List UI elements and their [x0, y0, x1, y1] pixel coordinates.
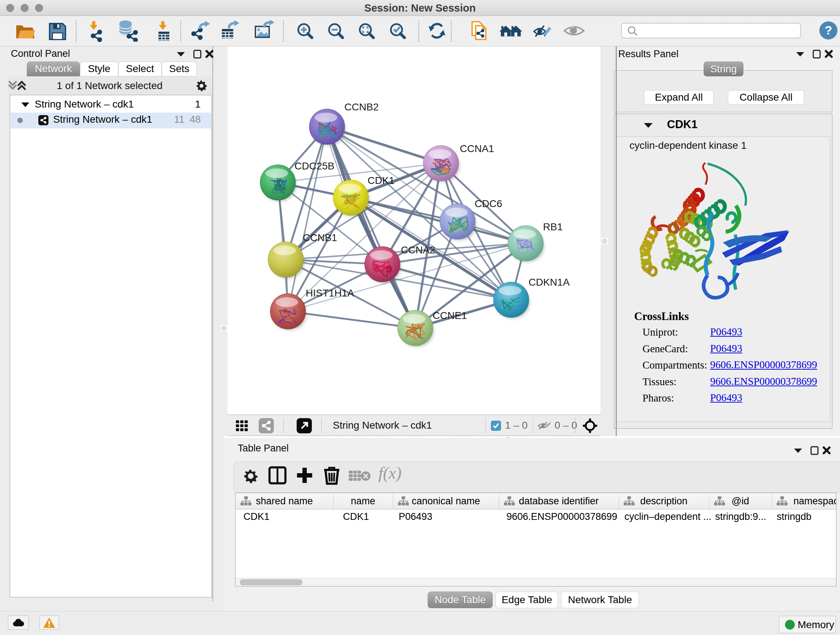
svg-text:CCNA2: CCNA2	[401, 244, 435, 256]
svg-text:HIST1H1A: HIST1H1A	[306, 287, 354, 299]
svg-text:CCNE1: CCNE1	[433, 310, 467, 321]
svg-text:CDKN1A: CDKN1A	[529, 277, 570, 288]
svg-text:CDK1: CDK1	[368, 175, 395, 186]
svg-text:CDC6: CDC6	[475, 198, 502, 209]
svg-text:RB1: RB1	[543, 221, 562, 233]
svg-text:CCNA1: CCNA1	[460, 143, 494, 154]
svg-text:CDC25B: CDC25B	[294, 160, 334, 172]
svg-text:CCNB2: CCNB2	[344, 101, 379, 112]
svg-text:CCNB1: CCNB1	[303, 232, 337, 243]
svg-text:?: ?	[825, 23, 832, 37]
